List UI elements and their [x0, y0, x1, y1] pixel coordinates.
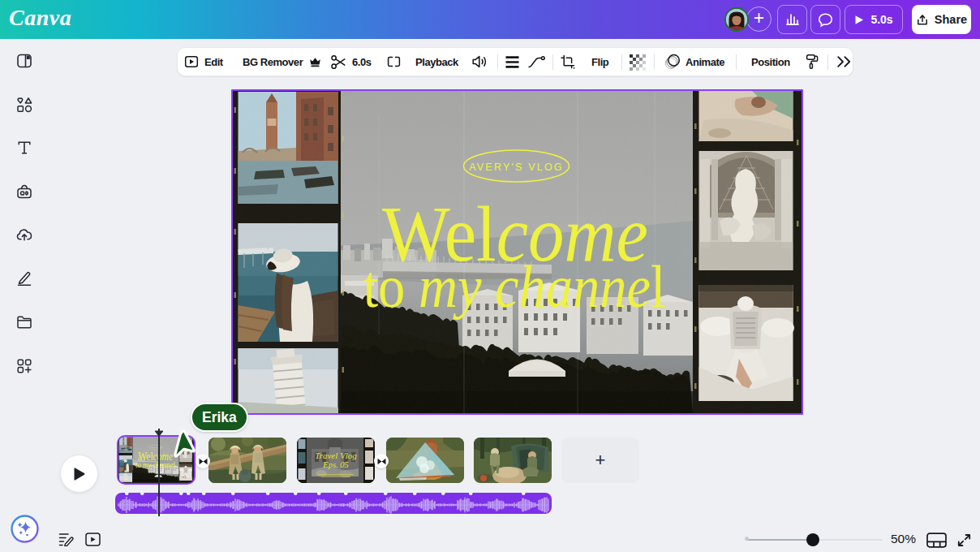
svg-text:Eps. 05: Eps. 05: [322, 460, 349, 469]
svg-text:Travel Vlog: Travel Vlog: [315, 451, 357, 460]
